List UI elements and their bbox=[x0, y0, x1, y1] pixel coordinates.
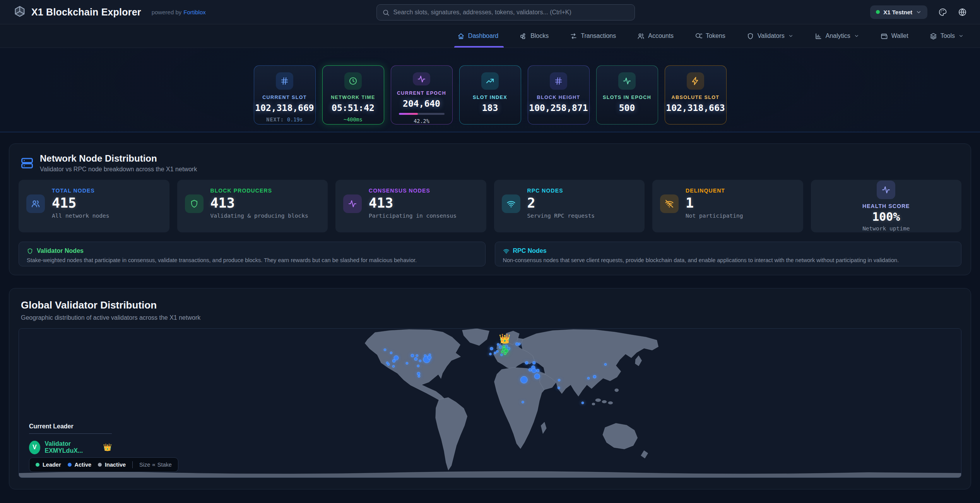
node-info-row: Validator NodesStake-weighted nodes that… bbox=[19, 242, 961, 266]
info-box-body: Stake-weighted nodes that participate in… bbox=[27, 257, 477, 263]
validator-marker[interactable] bbox=[532, 368, 536, 373]
validator-marker[interactable] bbox=[494, 352, 496, 354]
stat-card-slot-index[interactable]: SLOT INDEX183 bbox=[459, 65, 521, 124]
world-map-frame[interactable]: 👑 Current Leader V Validator EXMYLduX...… bbox=[19, 328, 961, 478]
legend-item-inactive: Inactive bbox=[98, 462, 126, 468]
node-card-label: RPC NODES bbox=[527, 188, 595, 194]
node-card-block-producers: BLOCK PRODUCERS413Validating & producing… bbox=[177, 180, 328, 232]
stat-card-current-slot[interactable]: CURRENT SLOT102,318,669NEXT: 0.19s bbox=[254, 65, 316, 124]
validator-marker[interactable] bbox=[428, 356, 431, 360]
nav-item-tools[interactable]: Tools bbox=[930, 24, 964, 48]
nav-item-blocks[interactable]: Blocks bbox=[520, 24, 549, 48]
shield-icon bbox=[27, 248, 33, 254]
validator-marker[interactable] bbox=[489, 353, 492, 355]
nav-label: Validators bbox=[758, 32, 785, 39]
leader-name-link[interactable]: Validator EXMYLduX... bbox=[45, 440, 99, 454]
validator-marker[interactable] bbox=[604, 363, 607, 366]
stat-card-current-epoch[interactable]: CURRENT EPOCH204,64042.2% bbox=[391, 65, 453, 124]
transactions-icon bbox=[570, 32, 577, 40]
stat-card-block-height[interactable]: BLOCK HEIGHT100,258,871 bbox=[528, 65, 590, 124]
validator-marker[interactable] bbox=[390, 352, 392, 354]
chevron-down-icon bbox=[788, 33, 794, 39]
validator-marker[interactable] bbox=[536, 369, 539, 372]
network-stats-band: CURRENT SLOT102,318,669NEXT: 0.19sNETWOR… bbox=[0, 48, 980, 132]
network-name: X1 Testnet bbox=[883, 9, 912, 15]
validator-marker[interactable] bbox=[525, 361, 528, 365]
validator-marker[interactable] bbox=[418, 375, 420, 377]
nav-label: Transactions bbox=[581, 32, 616, 39]
validator-marker[interactable] bbox=[417, 372, 420, 375]
validator-marker[interactable] bbox=[417, 365, 419, 367]
search-input[interactable] bbox=[393, 9, 629, 16]
leader-validator-marker[interactable] bbox=[501, 351, 503, 353]
theme-palette-icon[interactable] bbox=[938, 8, 947, 17]
validator-marker[interactable] bbox=[490, 347, 493, 350]
leader-validator-marker[interactable] bbox=[503, 346, 505, 348]
nav-item-accounts[interactable]: Accounts bbox=[637, 24, 674, 48]
node-card-sub: Serving RPC requests bbox=[527, 213, 595, 219]
leader-crown-marker[interactable]: 👑 bbox=[499, 333, 510, 344]
stat-card-absolute-slot[interactable]: ABSOLUTE SLOT102,318,663 bbox=[665, 65, 727, 124]
validator-marker[interactable] bbox=[558, 387, 560, 389]
node-card-rpc-nodes: RPC NODES2Serving RPC requests bbox=[494, 180, 645, 232]
fortiblox-link[interactable]: Fortiblox bbox=[183, 9, 206, 15]
global-search[interactable] bbox=[376, 4, 635, 20]
nav-item-tokens[interactable]: Tokens bbox=[695, 24, 725, 48]
legend-item-active: Active bbox=[68, 462, 92, 468]
nav-label: Analytics bbox=[826, 32, 850, 39]
users-icon bbox=[26, 194, 45, 213]
validator-marker[interactable] bbox=[499, 346, 502, 349]
leader-validator-marker[interactable] bbox=[504, 349, 508, 353]
nav-item-wallet[interactable]: Wallet bbox=[881, 24, 908, 48]
stat-value: 102,318,669 bbox=[255, 103, 314, 113]
nav-item-transactions[interactable]: Transactions bbox=[570, 24, 616, 48]
validator-marker[interactable] bbox=[419, 360, 421, 362]
validator-marker[interactable] bbox=[582, 402, 584, 404]
node-card-label: BLOCK PRODUCERS bbox=[210, 188, 308, 194]
nav-item-dashboard[interactable]: Dashboard bbox=[457, 24, 498, 48]
validator-marker[interactable] bbox=[384, 349, 386, 351]
stat-label: SLOTS IN EPOCH bbox=[603, 95, 651, 100]
chevron-down-icon bbox=[854, 33, 859, 39]
leader-validator-marker[interactable] bbox=[504, 353, 506, 355]
validator-marker[interactable] bbox=[411, 354, 414, 357]
validator-map-panel: Global Validator Distribution Geographic… bbox=[9, 288, 971, 489]
node-card-value: 1 bbox=[686, 195, 743, 211]
validator-marker[interactable] bbox=[496, 350, 498, 353]
validator-marker[interactable] bbox=[518, 343, 520, 345]
node-card-value: 100% bbox=[872, 210, 900, 223]
validator-marker[interactable] bbox=[416, 355, 418, 357]
validator-marker[interactable] bbox=[392, 360, 395, 363]
validator-marker[interactable] bbox=[558, 379, 560, 381]
activity-icon bbox=[343, 194, 362, 213]
current-leader-row[interactable]: V Validator EXMYLduX... 👑 bbox=[29, 440, 112, 454]
validator-marker[interactable] bbox=[500, 354, 503, 356]
nav-item-validators[interactable]: Validators bbox=[747, 24, 794, 48]
validator-marker[interactable] bbox=[392, 365, 395, 368]
network-selector[interactable]: X1 Testnet bbox=[870, 5, 927, 19]
world-map: 👑 bbox=[19, 329, 961, 477]
stat-label: CURRENT EPOCH bbox=[397, 90, 446, 96]
epoch-progress-label: 42.2% bbox=[414, 118, 429, 124]
validator-marker[interactable] bbox=[528, 368, 532, 371]
validator-marker[interactable] bbox=[532, 361, 535, 365]
leader-avatar: V bbox=[29, 441, 40, 454]
zap-icon bbox=[691, 77, 700, 85]
powered-by: powered byFortiblox bbox=[152, 9, 206, 15]
validator-marker[interactable] bbox=[593, 375, 596, 378]
stat-card-network-time[interactable]: NETWORK TIME05:51:42~400ms bbox=[322, 65, 384, 124]
validator-marker[interactable] bbox=[414, 358, 417, 361]
validator-marker[interactable] bbox=[387, 363, 390, 366]
validator-marker[interactable] bbox=[522, 401, 524, 403]
language-globe-icon[interactable] bbox=[958, 8, 967, 17]
validator-marker[interactable] bbox=[534, 373, 540, 379]
activity-icon bbox=[877, 181, 895, 199]
crown-icon: 👑 bbox=[103, 443, 112, 452]
validator-marker[interactable] bbox=[587, 377, 590, 379]
activity-icon bbox=[623, 77, 631, 85]
nav-item-analytics[interactable]: Analytics bbox=[815, 24, 859, 48]
validator-marker[interactable] bbox=[406, 362, 408, 365]
info-box-rpc-nodes: RPC NodesNon-consensus nodes that serve … bbox=[495, 242, 962, 266]
stat-card-slots-in-epoch[interactable]: SLOTS IN EPOCH500 bbox=[596, 65, 658, 124]
validator-marker[interactable] bbox=[520, 376, 527, 383]
